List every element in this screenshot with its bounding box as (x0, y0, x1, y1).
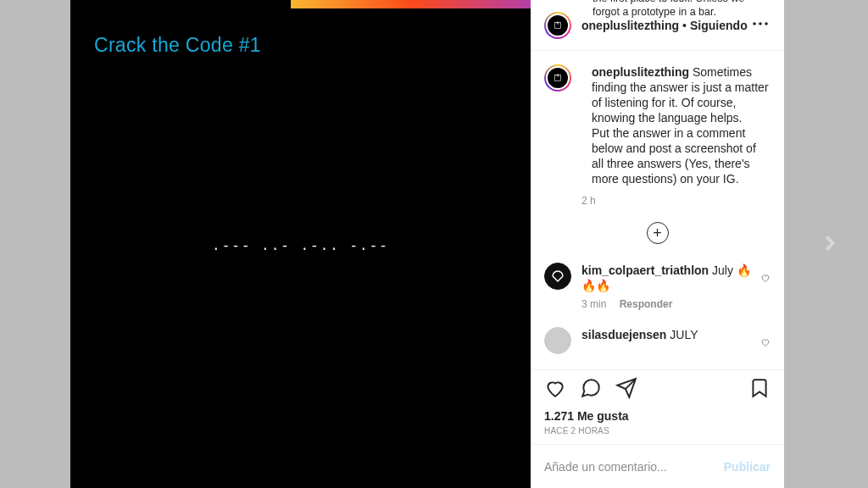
caption-avatar[interactable] (544, 64, 571, 92)
reply-button[interactable]: Responder (620, 298, 673, 310)
save-button[interactable] (748, 377, 771, 402)
media-morse-text: .--- ..- .-.. -.-- (70, 239, 531, 254)
story-thumbnail-strip (291, 0, 531, 8)
heart-outline-icon (544, 377, 566, 399)
comment-meta: 3 min Responder (581, 298, 771, 310)
avatar-initials-icon (550, 269, 565, 284)
comment-input[interactable] (544, 460, 724, 474)
caption-text-2: Put the answer in a comment below and po… (592, 126, 756, 186)
comment: kim_colpaert_triathlon July 🔥🔥🔥 (544, 263, 771, 293)
svg-point-3 (753, 22, 756, 25)
comment-time: 3 min (581, 298, 606, 310)
post-media[interactable]: Crack the Code #1 .--- ..- .-.. -.-- (70, 0, 531, 488)
post-modal: Crack the Code #1 .--- ..- .-.. -.-- the… (70, 0, 784, 488)
media-title: Crack the Code #1 (94, 34, 261, 57)
oneplus-logo-icon (553, 73, 563, 83)
svg-point-4 (759, 22, 762, 25)
commenter-avatar[interactable] (544, 263, 571, 290)
previous-post-caption-fragment: the first place to look. Unless we forgo… (579, 0, 784, 19)
likes-count[interactable]: 1.271 Me gusta (531, 409, 784, 423)
author-avatar[interactable] (544, 12, 571, 39)
svg-point-5 (765, 22, 768, 25)
publish-button[interactable]: Publicar (724, 460, 771, 474)
caption-time: 2 h (581, 195, 771, 207)
oneplus-logo-icon (553, 20, 563, 30)
next-post-button[interactable] (817, 230, 843, 259)
follow-button[interactable]: Siguiendo (690, 19, 748, 32)
chevron-right-icon (817, 230, 843, 256)
comment: silasduejensen JULY (544, 327, 771, 354)
comment-text: JULY (670, 328, 698, 341)
comment-button[interactable] (580, 377, 602, 402)
heart-outline-icon (760, 337, 771, 347)
speech-bubble-icon (580, 377, 602, 399)
paper-plane-icon (615, 377, 637, 399)
comment-username[interactable]: silasduejensen (581, 328, 666, 341)
post-sidebar: the first place to look. Unless we forgo… (531, 0, 784, 488)
caption-username[interactable]: onepluslitezthing (592, 65, 689, 79)
plus-icon: + (647, 222, 669, 244)
heart-outline-icon (760, 273, 771, 283)
share-button[interactable] (615, 377, 637, 402)
comment-username[interactable]: kim_colpaert_triathlon (581, 263, 709, 277)
like-comment-button[interactable] (760, 336, 771, 351)
author-username[interactable]: onepluslitezthing (581, 19, 679, 32)
post-body: onepluslitezthing Sometimes finding the … (531, 51, 784, 369)
header-separator: • (682, 19, 687, 32)
like-button[interactable] (544, 377, 566, 402)
bookmark-icon (748, 377, 771, 399)
expand-caption-button[interactable]: + (544, 222, 771, 244)
post-caption: onepluslitezthing Sometimes finding the … (544, 64, 771, 186)
commenter-avatar[interactable] (544, 327, 571, 354)
action-bar (531, 370, 784, 409)
like-comment-button[interactable] (760, 271, 771, 286)
add-comment-form: Publicar (531, 444, 784, 488)
post-timestamp: HACE 2 HORAS (531, 423, 784, 444)
post-footer: 1.271 Me gusta HACE 2 HORAS Publicar (531, 369, 784, 488)
